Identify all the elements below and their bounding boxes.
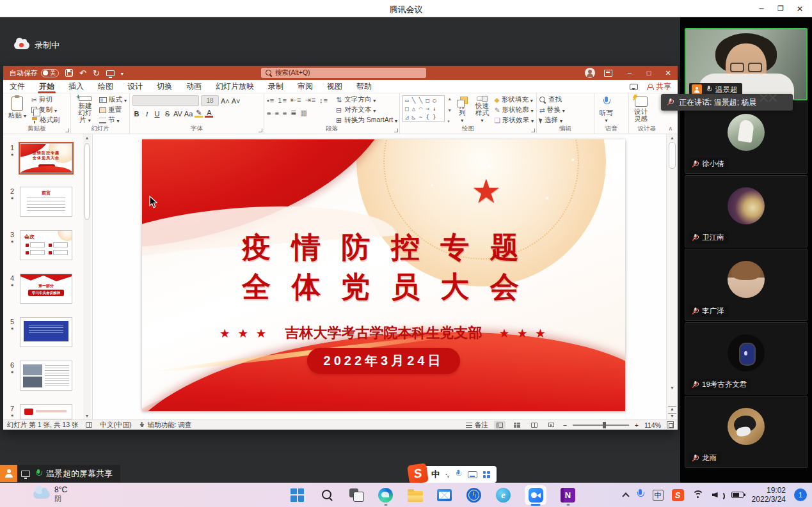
new-slide-button[interactable]: 新建幻灯片 <box>74 95 97 125</box>
scrollbar-thumb[interactable] <box>84 143 90 220</box>
ppt-maximize-button[interactable] <box>639 66 658 80</box>
collapse-ribbon-icon[interactable]: ∧ <box>668 125 673 132</box>
find-button[interactable]: 查找 <box>539 95 565 104</box>
thumbnail-1[interactable]: 1✶ 疫情防控专题全体党员大会 <box>7 143 72 173</box>
scroll-up-icon[interactable]: ▲ <box>83 136 91 140</box>
previous-slide-button[interactable]: ▲ <box>668 406 676 411</box>
scroll-up-icon[interactable]: ▲ <box>667 136 678 140</box>
zoom-level[interactable]: 114% <box>644 421 661 429</box>
window-maximize-button[interactable] <box>771 0 790 17</box>
voice-input-icon[interactable] <box>455 470 461 479</box>
reset-button[interactable]: 重置 <box>99 105 127 114</box>
thumbnail-7[interactable]: 7✶ <box>7 404 72 419</box>
keyboard-icon[interactable] <box>468 471 477 478</box>
onenote-button[interactable]: N <box>560 484 576 506</box>
font-dialog-launcher[interactable] <box>259 129 262 132</box>
font-color-button[interactable]: A <box>205 109 213 118</box>
video-tile-qiwenjun[interactable]: 19考古齐文君 <box>685 322 808 394</box>
window-minimize-button[interactable] <box>752 0 771 17</box>
edge-button[interactable] <box>378 484 394 506</box>
start-button[interactable] <box>289 484 305 506</box>
format-painter-button[interactable]: 格式刷 <box>31 116 60 125</box>
thumbnail-2[interactable]: 2✶ 前言 <box>7 187 72 217</box>
change-case-button[interactable]: Aa <box>184 109 193 118</box>
zoom-slider[interactable] <box>573 425 629 426</box>
tray-expand-icon[interactable] <box>622 492 629 499</box>
replace-button[interactable]: 替换 <box>539 105 565 114</box>
scrollbar-thumb[interactable] <box>669 142 676 169</box>
character-spacing-button[interactable]: AV <box>173 109 182 118</box>
account-avatar[interactable] <box>585 68 595 78</box>
ime-mode-indicator[interactable]: 中 <box>431 469 440 480</box>
tab-design[interactable]: 设计 <box>127 80 143 93</box>
window-close-button[interactable] <box>790 0 809 17</box>
zoom-out-button[interactable]: − <box>563 421 567 429</box>
start-slideshow-icon[interactable] <box>106 70 115 76</box>
cut-button[interactable]: 剪切 <box>31 95 60 104</box>
bold-button[interactable]: B <box>132 109 141 118</box>
tab-insert[interactable]: 插入 <box>68 80 84 93</box>
file-explorer-button[interactable] <box>407 484 423 506</box>
shapes-up-icon[interactable]: ▲ <box>447 97 452 101</box>
thumbnail-5[interactable]: 5✶ <box>7 317 72 347</box>
tab-home[interactable]: 开始 <box>39 80 54 93</box>
wifi-icon[interactable] <box>692 490 704 499</box>
taskbar-search-button[interactable] <box>319 484 335 506</box>
slideshow-view-button[interactable] <box>546 421 557 429</box>
ppt-close-button[interactable] <box>658 66 678 80</box>
tab-view[interactable]: 视图 <box>327 80 342 93</box>
columns-icon[interactable]: ▥ <box>300 109 307 117</box>
shapes-down-icon[interactable]: ▼ <box>447 108 452 113</box>
scroll-down-icon[interactable]: ▼ <box>83 414 91 418</box>
shape-effects-button[interactable]: 形状效果 <box>495 116 534 125</box>
video-tile-wenjingchao[interactable]: 温景超 <box>685 28 808 100</box>
slide-1[interactable]: ★ 疫 情 防 控 专 题全 体 党 员 大 会 ★ ★ ★ <box>142 139 625 411</box>
decrease-indent-icon[interactable]: ⇤≡ <box>291 96 302 104</box>
tencent-meeting-button[interactable] <box>525 484 546 506</box>
quick-styles-button[interactable]: 快速样式 <box>472 95 491 125</box>
slide-sorter-view-button[interactable] <box>511 421 523 429</box>
shape-outline-button[interactable]: 形状轮廓 <box>495 105 534 114</box>
sogou-input-bar[interactable]: S 中 ·, <box>410 466 497 483</box>
ppt-minimize-button[interactable] <box>620 66 639 80</box>
highlight-color-button[interactable]: ✎ <box>195 109 203 118</box>
video-tile-longyu[interactable]: 龙雨 <box>685 396 808 468</box>
dictate-button[interactable]: 听写 <box>597 95 616 125</box>
weather-widget[interactable]: 8°C 阴 <box>33 485 67 503</box>
designer-button[interactable]: 设计灵感 <box>632 95 650 125</box>
copy-button[interactable]: 复制 <box>31 105 60 114</box>
thumbnail-4[interactable]: 4✶ 第一部分 学习中央会议精神 <box>7 274 72 304</box>
volume-icon[interactable] <box>712 490 723 499</box>
align-center-icon[interactable]: ≡ <box>275 109 279 117</box>
increase-indent-icon[interactable]: ⇥≡ <box>305 96 316 104</box>
sogou-tray-icon[interactable]: S <box>672 489 684 501</box>
redo-button[interactable] <box>93 68 100 78</box>
shapes-gallery[interactable]: ▭ ╲ ╲ □ ○ □ △ ◠ → ↓ ◿ ◺ ∼ { } <box>402 95 445 122</box>
sogou-logo-icon[interactable]: S <box>407 463 429 485</box>
select-button[interactable]: 选择 <box>539 116 565 125</box>
language-indicator[interactable]: 中文(中国) <box>100 421 131 430</box>
fit-to-window-icon[interactable] <box>667 421 674 428</box>
underline-button[interactable]: U <box>153 109 161 118</box>
share-button[interactable]: 共享 <box>647 81 671 92</box>
align-right-icon[interactable]: ≡ <box>283 109 287 117</box>
zoom-in-button[interactable]: + <box>635 421 639 429</box>
battery-icon[interactable] <box>731 492 744 498</box>
arrange-button[interactable]: 排列 <box>454 95 470 125</box>
notification-badge[interactable]: 1 <box>794 488 807 501</box>
ime-indicator[interactable]: 中 <box>653 490 664 501</box>
scroll-down-icon[interactable]: ▼ <box>667 386 678 390</box>
ribbon-display-options-icon[interactable] <box>604 70 612 77</box>
clock-app-button[interactable] <box>466 484 482 506</box>
shrink-font-button[interactable]: A˅ <box>232 96 241 105</box>
task-view-button[interactable] <box>348 484 364 506</box>
video-tile-weijiangnan[interactable]: 卫江南 <box>685 175 808 247</box>
comments-icon[interactable] <box>630 84 638 90</box>
tray-mic-icon[interactable] <box>637 489 644 501</box>
thumbnail-6[interactable]: 6✶ <box>7 361 72 391</box>
qat-customize-icon[interactable] <box>121 69 123 77</box>
justify-icon[interactable]: ≣ <box>291 109 297 117</box>
spellcheck-icon[interactable] <box>86 422 92 428</box>
next-slide-button[interactable]: ▼ <box>668 413 676 418</box>
mail-button[interactable] <box>436 484 452 506</box>
